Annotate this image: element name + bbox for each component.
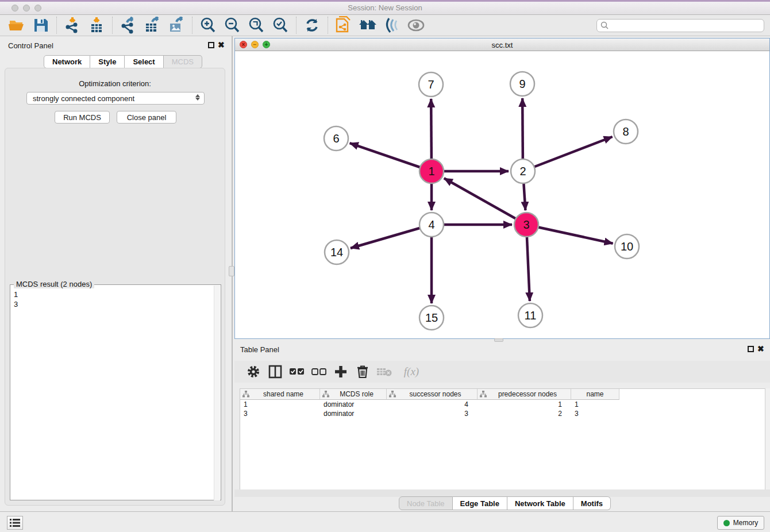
tab-edge-table[interactable]: Edge Table — [453, 496, 507, 510]
optimization-criterion-label: Optimization criterion: — [5, 79, 225, 88]
cell-predecessor-nodes[interactable]: 1 — [478, 400, 571, 409]
cell-mcds-role[interactable]: dominator — [320, 409, 387, 418]
column-header-predecessor-nodes[interactable]: predecessor nodes — [478, 389, 571, 400]
graph-node-label: 15 — [425, 311, 438, 324]
hierarchy-icon — [480, 391, 487, 398]
import-table-icon[interactable] — [87, 16, 106, 34]
settings-gear-icon[interactable] — [245, 364, 262, 380]
graph-edge-3-10[interactable] — [526, 225, 613, 244]
search-field[interactable] — [596, 19, 764, 32]
zoom-in-icon[interactable] — [198, 16, 218, 34]
graph-edge-3-1[interactable] — [444, 178, 526, 225]
optimization-criterion-dropdown[interactable]: strongly connected component — [26, 92, 205, 105]
toolbar-separator — [328, 17, 328, 34]
network-window: × − + scc.txt 7968124310141511 — [234, 38, 770, 339]
export-image-icon[interactable] — [167, 16, 186, 34]
tab-motifs[interactable]: Motifs — [573, 496, 611, 510]
table-tabs: Node Table Edge Table Network Table Moti… — [399, 496, 611, 510]
zoom-selected-icon[interactable] — [271, 16, 290, 34]
toggle-columns-icon[interactable] — [267, 364, 284, 380]
run-mcds-button[interactable]: Run MCDS — [55, 111, 110, 124]
tab-network[interactable]: Network — [44, 55, 90, 68]
toolbar-separator — [192, 17, 192, 34]
import-network-icon[interactable] — [63, 16, 82, 34]
zoom-fit-icon[interactable] — [247, 16, 266, 34]
control-panel-float-icon[interactable] — [208, 42, 214, 48]
refresh-icon[interactable] — [302, 16, 322, 34]
table-panel-title: Table Panel — [240, 345, 279, 354]
table-panel-close-icon[interactable]: ✖ — [757, 344, 764, 353]
graph-node-label: 6 — [333, 132, 339, 145]
cell-shared-name[interactable]: 3 — [240, 409, 320, 418]
close-panel-button[interactable]: Close panel — [117, 111, 176, 124]
mcds-panel: Optimization criterion: strongly connect… — [5, 68, 225, 506]
function-builder-icon: f(x) — [398, 364, 425, 380]
column-header-mcds-role[interactable]: MCDS role — [320, 389, 387, 400]
cell-mcds-role[interactable]: dominator — [320, 400, 387, 409]
network-window-titlebar[interactable]: × − + scc.txt — [235, 38, 769, 51]
control-panel-close-icon[interactable]: ✖ — [218, 40, 225, 49]
graph-node-label: 11 — [525, 309, 537, 322]
cell-successor-nodes[interactable]: 3 — [387, 409, 478, 418]
export-table-icon[interactable] — [143, 16, 162, 34]
graph-edge-1-6[interactable] — [350, 143, 432, 171]
delete-table-icon — [376, 364, 393, 380]
mcds-result-group: MCDS result (2 nodes) 1 3 — [10, 284, 221, 500]
add-column-icon[interactable] — [332, 364, 349, 380]
export-network-icon[interactable] — [118, 16, 138, 34]
delete-columns-icon[interactable] — [354, 364, 371, 380]
hierarchy-icon — [242, 391, 249, 398]
cell-shared-name[interactable]: 1 — [240, 400, 320, 409]
chevron-updown-icon — [195, 94, 200, 101]
open-session-icon[interactable] — [7, 16, 26, 34]
search-icon — [600, 21, 609, 30]
cell-name[interactable]: 3 — [571, 409, 619, 418]
dropdown-value: strongly connected component — [33, 94, 134, 103]
app-window-title: Session: New Session — [0, 3, 770, 12]
graph-edge-2-8[interactable] — [523, 137, 613, 171]
tab-mcds[interactable]: MCDS — [164, 55, 202, 68]
column-header-name[interactable]: name — [571, 389, 619, 400]
memory-button[interactable]: Memory — [717, 516, 764, 530]
zoom-out-icon[interactable] — [222, 16, 242, 34]
table-panel-header: Table Panel ✖ — [234, 342, 770, 357]
save-session-icon[interactable] — [31, 16, 51, 34]
mcds-result-scrollbar[interactable] — [214, 286, 220, 500]
tab-network-table[interactable]: Network Table — [507, 496, 573, 510]
tab-node-table[interactable]: Node Table — [399, 496, 453, 510]
mcds-result-text[interactable]: 1 3 — [14, 290, 18, 309]
graph-node-label: 9 — [519, 78, 525, 90]
task-history-button[interactable] — [7, 516, 23, 530]
mcds-result-line: 1 — [14, 290, 18, 299]
graph-node-label: 8 — [622, 125, 629, 138]
cell-successor-nodes[interactable]: 4 — [387, 400, 478, 409]
mcds-result-line: 3 — [14, 299, 18, 309]
graph-node-label: 1 — [428, 165, 434, 178]
cell-predecessor-nodes[interactable]: 2 — [478, 409, 571, 418]
network-graph[interactable]: 7968124310141511 — [235, 51, 769, 338]
graph-node-label: 2 — [519, 165, 526, 178]
home-networks-icon[interactable] — [358, 16, 378, 34]
toolbar-separator — [112, 17, 113, 34]
memory-label: Memory — [733, 519, 758, 527]
splitter-grip[interactable] — [229, 266, 234, 276]
table-panel-float-icon[interactable] — [748, 346, 754, 352]
graph-node-label: 14 — [330, 246, 343, 259]
show-hide-eye-icon[interactable] — [406, 16, 426, 34]
toolbar-separator — [296, 17, 297, 34]
column-header-successor-nodes[interactable]: successor nodes — [387, 389, 478, 400]
status-bar: Memory — [0, 511, 770, 532]
node-table[interactable]: shared name MCDS role successor nodes pr… — [240, 388, 765, 489]
table-row[interactable]: 3 dominator 3 2 3 — [240, 409, 765, 418]
style-wave-icon[interactable] — [382, 16, 402, 34]
tab-style[interactable]: Style — [90, 55, 125, 68]
table-row[interactable]: 1 dominator 4 1 1 — [240, 400, 765, 409]
search-input[interactable] — [609, 22, 764, 30]
cell-name[interactable]: 1 — [571, 400, 619, 409]
tab-select[interactable]: Select — [125, 55, 163, 68]
deselect-all-icon[interactable] — [310, 364, 328, 380]
select-all-icon[interactable] — [288, 364, 306, 380]
new-network-from-selection-icon[interactable] — [334, 16, 353, 34]
column-header-shared-name[interactable]: shared name — [240, 389, 320, 400]
table-vertical-scrollbar[interactable] — [765, 388, 770, 489]
